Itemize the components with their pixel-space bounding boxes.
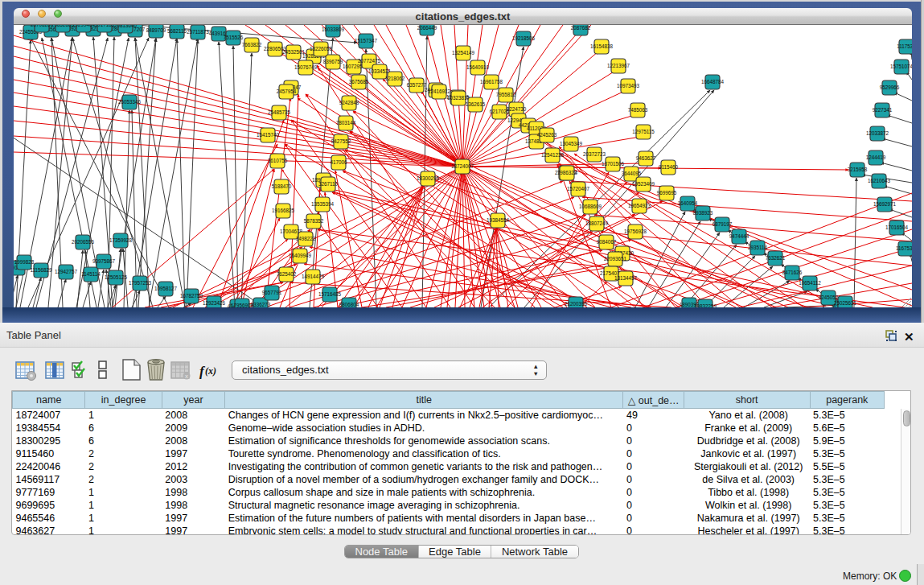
svg-text:(x): (x) [205,365,216,377]
svg-text:16154838: 16154838 [590,43,614,49]
svg-text:x: x [185,373,188,380]
svg-text:1498222: 1498222 [296,236,316,241]
svg-text:2457954: 2457954 [277,89,297,94]
svg-text:1218062: 1218062 [385,76,405,81]
svg-text:26053346: 26053346 [118,99,142,105]
svg-text:9529966: 9529966 [880,84,900,90]
svg-text:8396759: 8396759 [323,59,343,64]
svg-text:8489709: 8489709 [146,27,166,33]
svg-text:10323815: 10323815 [447,95,470,101]
svg-text:3215958: 3215958 [848,167,868,172]
svg-text:19166825: 19166825 [272,208,295,213]
svg-text:22093651: 22093651 [604,256,627,262]
svg-text:16210643: 16210643 [868,178,891,183]
svg-text:1145114: 1145114 [81,271,101,277]
svg-text:16961758: 16961758 [480,79,503,84]
svg-text:19218506: 19218506 [512,35,536,41]
svg-text:9115460: 9115460 [659,164,679,170]
svg-text:25025631: 25025631 [834,300,857,306]
svg-text:12213967: 12213967 [607,63,630,68]
svg-text:7625402: 7625402 [277,271,297,277]
svg-text:7986322: 7986322 [557,170,577,175]
svg-text:19756928: 19756928 [624,229,647,234]
svg-text:5878352: 5878352 [304,218,324,224]
svg-text:15716485: 15716485 [318,291,342,297]
svg-text:15640910: 15640910 [466,64,490,70]
svg-text:6879197: 6879197 [713,221,733,227]
svg-text:5188470: 5188470 [272,183,292,189]
svg-text:10958127: 10958127 [154,286,178,291]
svg-text:18807249: 18807249 [585,220,609,226]
svg-text:21200396: 21200396 [565,301,588,307]
svg-text:25485735: 25485735 [268,109,291,115]
svg-text:8427552: 8427552 [331,138,351,144]
svg-text:15157347: 15157347 [355,38,378,43]
svg-text:2935114: 2935114 [748,245,768,250]
svg-text:9227341: 9227341 [873,107,893,113]
svg-text:15076749: 15076749 [294,64,318,70]
svg-text:25711873: 25711873 [187,29,209,35]
svg-text:13254149: 13254149 [452,50,475,56]
svg-text:10688609: 10688609 [579,204,602,209]
svg-text:12033872: 12033872 [866,130,889,136]
svg-text:8471626: 8471626 [782,270,803,275]
svg-text:16033809: 16033809 [322,27,345,32]
svg-text:417006: 417006 [330,159,347,165]
svg-text:8938923: 8938923 [693,210,713,216]
svg-text:93975867: 93975867 [92,258,116,264]
svg-text:9474444: 9474444 [729,233,749,239]
svg-text:1117534: 1117534 [897,43,916,49]
svg-text:13045349: 13045349 [560,141,583,146]
svg-text:11156829: 11156829 [30,267,52,273]
svg-text:1610755: 1610755 [268,158,288,163]
svg-text:20372723: 20372723 [583,151,606,157]
svg-text:1999828: 1999828 [14,259,35,265]
svg-text:13535394: 13535394 [311,201,335,207]
svg-text:5682115: 5682115 [167,28,187,34]
svg-text:7803144: 7803144 [336,120,356,126]
svg-text:12416912: 12416912 [428,89,451,94]
svg-text:8224730: 8224730 [507,106,527,112]
svg-text:1362615: 1362615 [466,101,486,107]
svg-text:13701506: 13701506 [602,161,625,167]
svg-text:12923426: 12923426 [203,300,226,306]
svg-text:7515526: 7515526 [224,35,244,40]
svg-text:9463627: 9463627 [636,155,656,161]
svg-text:7485063: 7485063 [628,107,648,113]
svg-text:13226058: 13226058 [310,46,333,51]
svg-text:19832259: 19832259 [694,303,717,309]
svg-text:9242848: 9242848 [339,100,359,105]
svg-text:2087682: 2087682 [571,25,591,31]
svg-text:1167534: 1167534 [896,245,916,251]
svg-text:15751074: 15751074 [890,64,914,69]
svg-text:19523409: 19523409 [632,181,655,187]
svg-text:15720407: 15720407 [567,186,590,192]
svg-text:12975115: 12975115 [632,129,655,134]
svg-text:17956909: 17956909 [231,303,254,308]
svg-text:9699695: 9699695 [657,190,677,196]
svg-text:10973493: 10973493 [617,83,640,89]
svg-text:15692971: 15692971 [873,201,897,207]
svg-text:1640954: 1640954 [678,200,698,206]
svg-text:7955812: 7955812 [496,92,516,97]
svg-text:17957253: 17957253 [129,280,152,286]
svg-text:7663822: 7663822 [242,42,262,47]
svg-text:19654923: 19654923 [628,203,651,208]
svg-text:12541238: 12541238 [541,152,565,158]
svg-text:12942757: 12942757 [55,269,78,274]
svg-text:3675685: 3675685 [349,79,369,84]
svg-text:10654112: 10654112 [799,280,821,286]
svg-text:3644095: 3644095 [622,171,642,176]
svg-text:13134457: 13134457 [614,275,638,281]
svg-text:1244419: 1244419 [866,154,886,160]
svg-text:2066449: 2066449 [417,25,437,31]
svg-text:8336273: 8336273 [251,302,271,307]
svg-text:16409949: 16409949 [289,253,312,258]
svg-text:16648784: 16648784 [701,79,725,84]
svg-text:7632621: 7632621 [766,255,786,261]
svg-text:3267110: 3267110 [318,181,339,187]
svg-text:20206556: 20206556 [72,239,95,245]
svg-text:14914479: 14914479 [302,274,325,279]
svg-text:18724007: 18724007 [451,163,474,169]
svg-text:16782759: 16782759 [180,293,203,299]
